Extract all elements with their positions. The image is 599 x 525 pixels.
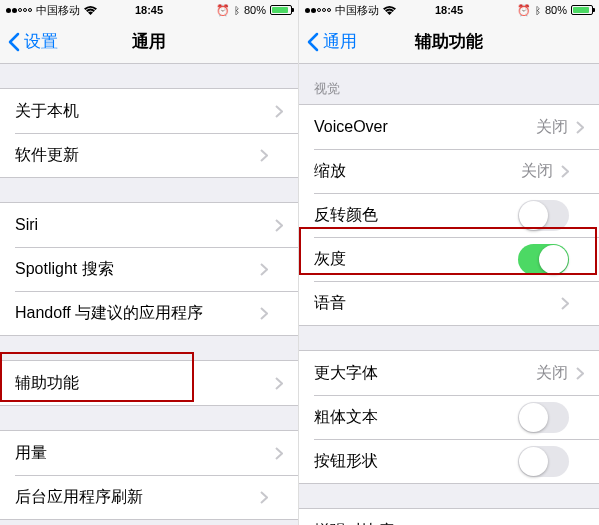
chevron-right-icon [275, 105, 283, 118]
cell-label: 关于本机 [15, 101, 275, 122]
chevron-right-icon [260, 307, 268, 320]
nav-bar: 设置 通用 [0, 20, 298, 64]
signal-icon [305, 8, 331, 13]
cell-label: 灰度 [314, 249, 518, 270]
list-group-about: 关于本机 软件更新 [0, 88, 298, 178]
chevron-right-icon [576, 367, 584, 380]
battery-pct: 80% [545, 4, 567, 16]
bluetooth-icon: ᛒ [234, 5, 240, 16]
status-bar: 中国移动 18:45 ⏰ ᛒ 80% [0, 0, 298, 20]
back-button[interactable]: 设置 [8, 30, 58, 53]
alarm-icon: ⏰ [517, 4, 531, 17]
screen-right: 中国移动 18:45 ⏰ ᛒ 80% 通用 辅助功能 视觉 VoiceOver … [299, 0, 599, 525]
cell-grayscale[interactable]: 灰度 [314, 237, 599, 281]
cell-label: 更大字体 [314, 363, 536, 384]
list-group-accessibility: 辅助功能 [0, 360, 298, 406]
chevron-right-icon [275, 377, 283, 390]
carrier-label: 中国移动 [36, 3, 80, 18]
switch-bold-text[interactable] [518, 402, 569, 433]
cell-detail: 关闭 [536, 363, 568, 384]
cell-software-update[interactable]: 软件更新 [15, 133, 298, 177]
back-label: 通用 [323, 30, 357, 53]
list-group-contrast: 增强对比度 [299, 508, 599, 525]
cell-handoff[interactable]: Handoff 与建议的应用程序 [15, 291, 298, 335]
cell-label: 软件更新 [15, 145, 260, 166]
chevron-left-icon [307, 32, 319, 52]
wifi-icon [84, 6, 97, 15]
status-bar: 中国移动 18:45 ⏰ ᛒ 80% [299, 0, 599, 20]
settings-list[interactable]: 关于本机 软件更新 Siri Spotlight 搜索 Handoff 与建议的… [0, 64, 298, 525]
cell-label: 辅助功能 [15, 373, 275, 394]
battery-icon [270, 5, 292, 15]
cell-label: 语音 [314, 293, 561, 314]
cell-about[interactable]: 关于本机 [0, 89, 298, 133]
cell-siri[interactable]: Siri [0, 203, 298, 247]
cell-label: 增强对比度 [314, 521, 576, 526]
cell-label: VoiceOver [314, 118, 536, 136]
chevron-right-icon [260, 149, 268, 162]
back-label: 设置 [24, 30, 58, 53]
back-button[interactable]: 通用 [307, 30, 357, 53]
cell-label: 按钮形状 [314, 451, 518, 472]
cell-label: 后台应用程序刷新 [15, 487, 260, 508]
cell-detail: 关闭 [536, 117, 568, 138]
list-group-siri: Siri Spotlight 搜索 Handoff 与建议的应用程序 [0, 202, 298, 336]
switch-button-shapes[interactable] [518, 446, 569, 477]
cell-label: Siri [15, 216, 275, 234]
chevron-right-icon [576, 121, 584, 134]
cell-detail: 关闭 [521, 161, 553, 182]
section-header-vision: 视觉 [299, 64, 599, 104]
cell-usage[interactable]: 用量 [0, 431, 298, 475]
bluetooth-icon: ᛒ [535, 5, 541, 16]
chevron-right-icon [275, 219, 283, 232]
cell-speech[interactable]: 语音 [314, 281, 599, 325]
list-group-vision: VoiceOver 关闭 缩放 关闭 反转颜色 灰度 语音 [299, 104, 599, 326]
chevron-right-icon [561, 165, 569, 178]
cell-label: Handoff 与建议的应用程序 [15, 303, 260, 324]
cell-voiceover[interactable]: VoiceOver 关闭 [299, 105, 599, 149]
cell-label: 粗体文本 [314, 407, 518, 428]
list-group-text: 更大字体 关闭 粗体文本 按钮形状 [299, 350, 599, 484]
chevron-right-icon [561, 297, 569, 310]
accessibility-list[interactable]: 视觉 VoiceOver 关闭 缩放 关闭 反转颜色 灰度 语音 [299, 64, 599, 525]
chevron-right-icon [275, 447, 283, 460]
chevron-left-icon [8, 32, 20, 52]
cell-label: 用量 [15, 443, 275, 464]
cell-accessibility[interactable]: 辅助功能 [0, 361, 298, 405]
wifi-icon [383, 6, 396, 15]
switch-grayscale[interactable] [518, 244, 569, 275]
clock: 18:45 [135, 4, 163, 16]
cell-label: Spotlight 搜索 [15, 259, 260, 280]
cell-bold-text[interactable]: 粗体文本 [314, 395, 599, 439]
cell-spotlight[interactable]: Spotlight 搜索 [15, 247, 298, 291]
cell-zoom[interactable]: 缩放 关闭 [314, 149, 599, 193]
chevron-right-icon [260, 491, 268, 504]
page-title: 辅助功能 [415, 30, 483, 53]
cell-invert-colors[interactable]: 反转颜色 [314, 193, 599, 237]
switch-invert-colors[interactable] [518, 200, 569, 231]
battery-icon [571, 5, 593, 15]
chevron-right-icon [260, 263, 268, 276]
list-group-usage: 用量 后台应用程序刷新 [0, 430, 298, 520]
carrier-label: 中国移动 [335, 3, 379, 18]
signal-icon [6, 8, 32, 13]
battery-pct: 80% [244, 4, 266, 16]
cell-label: 缩放 [314, 161, 521, 182]
page-title: 通用 [132, 30, 166, 53]
cell-increase-contrast[interactable]: 增强对比度 [299, 509, 599, 525]
alarm-icon: ⏰ [216, 4, 230, 17]
cell-button-shapes[interactable]: 按钮形状 [314, 439, 599, 483]
cell-larger-text[interactable]: 更大字体 关闭 [299, 351, 599, 395]
nav-bar: 通用 辅助功能 [299, 20, 599, 64]
clock: 18:45 [435, 4, 463, 16]
screen-left: 中国移动 18:45 ⏰ ᛒ 80% 设置 通用 关于本机 软件更新 [0, 0, 299, 525]
cell-background-refresh[interactable]: 后台应用程序刷新 [15, 475, 298, 519]
cell-label: 反转颜色 [314, 205, 518, 226]
